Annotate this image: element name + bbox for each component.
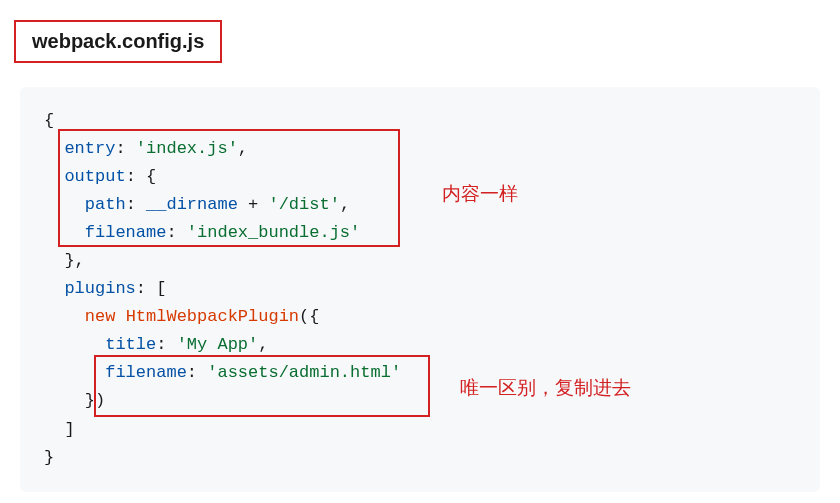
annotation-2: 唯一区别，复制进去 [460, 375, 631, 401]
code-token: 'My App' [177, 335, 259, 354]
filename-text: webpack.config.js [32, 30, 204, 52]
code-token: , [238, 139, 248, 158]
code-token: filename [105, 363, 187, 382]
code-token: : { [126, 167, 157, 186]
code-token: { [44, 111, 54, 130]
code-token: __dirname [146, 195, 238, 214]
code-token: output [64, 167, 125, 186]
code-token: 'assets/admin.html' [207, 363, 401, 382]
code-token: 'index_bundle.js' [187, 223, 360, 242]
code-token: : [166, 223, 186, 242]
code-token: path [85, 195, 126, 214]
code-token: : [115, 139, 135, 158]
code-container: { entry: 'index.js', output: { path: __d… [20, 87, 820, 492]
code-token: ] [44, 420, 75, 439]
annotation-1: 内容一样 [442, 181, 518, 207]
code-token: HtmlWebpackPlugin [126, 307, 299, 326]
code-token: }, [44, 251, 85, 270]
code-token: , [340, 195, 350, 214]
code-token: new [85, 307, 116, 326]
code-block: { entry: 'index.js', output: { path: __d… [44, 107, 796, 472]
code-token: : [187, 363, 207, 382]
code-token: 'index.js' [136, 139, 238, 158]
code-token: title [105, 335, 156, 354]
code-token: } [44, 448, 54, 467]
code-token: : [126, 195, 146, 214]
code-token: filename [85, 223, 167, 242]
code-token: , [258, 335, 268, 354]
code-token: '/dist' [268, 195, 339, 214]
code-token: plugins [64, 279, 135, 298]
filename-box: webpack.config.js [14, 20, 222, 63]
code-token: }) [44, 391, 105, 410]
code-token: : [ [136, 279, 167, 298]
code-token: ({ [299, 307, 319, 326]
code-token: + [238, 195, 269, 214]
code-token: entry [64, 139, 115, 158]
code-token: : [156, 335, 176, 354]
code-token [115, 307, 125, 326]
